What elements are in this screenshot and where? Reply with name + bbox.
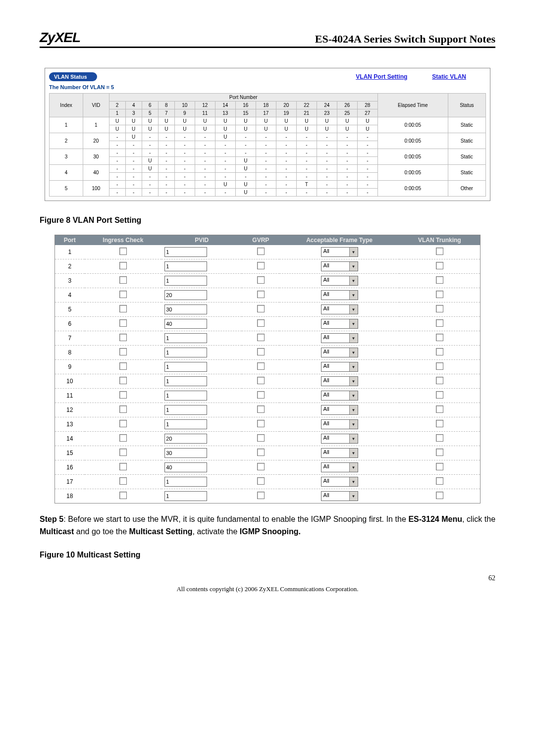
pvid-input[interactable]	[164, 405, 207, 415]
gvrp-checkbox[interactable]	[257, 405, 265, 413]
chevron-down-icon[interactable]: ▼	[349, 305, 358, 314]
chevron-down-icon[interactable]: ▼	[349, 405, 358, 414]
pvid-input[interactable]	[164, 477, 207, 487]
ingress-checkbox[interactable]	[119, 377, 127, 384]
gvrp-checkbox[interactable]	[257, 362, 265, 370]
frame-type-select[interactable]: All▼	[321, 290, 358, 300]
trunking-checkbox[interactable]	[436, 420, 443, 427]
chevron-down-icon[interactable]: ▼	[349, 434, 358, 443]
chevron-down-icon[interactable]: ▼	[349, 391, 358, 400]
ingress-checkbox[interactable]	[119, 420, 127, 427]
pvid-input[interactable]	[164, 376, 207, 386]
trunking-checkbox[interactable]	[436, 276, 443, 284]
ingress-checkbox[interactable]	[119, 319, 127, 327]
frame-type-select[interactable]: All▼	[321, 261, 358, 271]
gvrp-checkbox[interactable]	[257, 334, 265, 341]
pvid-input[interactable]	[164, 333, 207, 343]
gvrp-checkbox[interactable]	[257, 420, 265, 427]
frame-type-select[interactable]: All▼	[321, 376, 358, 386]
frame-type-select[interactable]: All▼	[321, 362, 358, 372]
pvid-input[interactable]	[164, 348, 207, 357]
pvid-input[interactable]	[164, 276, 207, 286]
trunking-checkbox[interactable]	[436, 434, 443, 442]
trunking-checkbox[interactable]	[436, 391, 443, 399]
ingress-checkbox[interactable]	[119, 492, 127, 499]
chevron-down-icon[interactable]: ▼	[349, 248, 358, 256]
trunking-checkbox[interactable]	[436, 405, 443, 413]
ingress-checkbox[interactable]	[119, 248, 127, 255]
gvrp-checkbox[interactable]	[257, 477, 265, 485]
chevron-down-icon[interactable]: ▼	[349, 463, 358, 472]
ingress-checkbox[interactable]	[119, 477, 127, 485]
gvrp-checkbox[interactable]	[257, 276, 265, 284]
gvrp-checkbox[interactable]	[257, 248, 265, 255]
gvrp-checkbox[interactable]	[257, 319, 265, 327]
gvrp-checkbox[interactable]	[257, 348, 265, 355]
trunking-checkbox[interactable]	[436, 449, 443, 456]
trunking-checkbox[interactable]	[436, 362, 443, 370]
trunking-checkbox[interactable]	[436, 319, 443, 327]
trunking-checkbox[interactable]	[436, 463, 443, 470]
pvid-input[interactable]	[164, 491, 207, 501]
pvid-input[interactable]	[164, 304, 207, 314]
gvrp-checkbox[interactable]	[257, 463, 265, 470]
ingress-checkbox[interactable]	[119, 348, 127, 355]
frame-type-select[interactable]: All▼	[321, 434, 358, 444]
chevron-down-icon[interactable]: ▼	[349, 449, 358, 457]
frame-type-select[interactable]: All▼	[321, 462, 358, 472]
ingress-checkbox[interactable]	[119, 262, 127, 269]
ingress-checkbox[interactable]	[119, 291, 127, 298]
chevron-down-icon[interactable]: ▼	[349, 377, 358, 386]
frame-type-select[interactable]: All▼	[321, 448, 358, 458]
frame-type-select[interactable]: All▼	[321, 247, 358, 257]
pvid-input[interactable]	[164, 362, 207, 372]
frame-type-select[interactable]: All▼	[321, 405, 358, 415]
ingress-checkbox[interactable]	[119, 334, 127, 341]
chevron-down-icon[interactable]: ▼	[349, 477, 358, 486]
ingress-checkbox[interactable]	[119, 391, 127, 399]
pvid-input[interactable]	[164, 247, 207, 257]
gvrp-checkbox[interactable]	[257, 492, 265, 499]
gvrp-checkbox[interactable]	[257, 434, 265, 442]
chevron-down-icon[interactable]: ▼	[349, 420, 358, 429]
pvid-input[interactable]	[164, 261, 207, 271]
ingress-checkbox[interactable]	[119, 434, 127, 442]
trunking-checkbox[interactable]	[436, 334, 443, 341]
chevron-down-icon[interactable]: ▼	[349, 262, 358, 271]
ingress-checkbox[interactable]	[119, 362, 127, 370]
pvid-input[interactable]	[164, 462, 207, 472]
ingress-checkbox[interactable]	[119, 449, 127, 456]
ingress-checkbox[interactable]	[119, 305, 127, 312]
trunking-checkbox[interactable]	[436, 492, 443, 499]
chevron-down-icon[interactable]: ▼	[349, 362, 358, 371]
frame-type-select[interactable]: All▼	[321, 419, 358, 429]
vlan-port-setting-link[interactable]: VLAN Port Setting	[356, 73, 407, 80]
gvrp-checkbox[interactable]	[257, 377, 265, 384]
trunking-checkbox[interactable]	[436, 262, 443, 269]
ingress-checkbox[interactable]	[119, 463, 127, 470]
pvid-input[interactable]	[164, 419, 207, 429]
gvrp-checkbox[interactable]	[257, 262, 265, 269]
gvrp-checkbox[interactable]	[257, 291, 265, 298]
frame-type-select[interactable]: All▼	[321, 276, 358, 286]
trunking-checkbox[interactable]	[436, 248, 443, 255]
chevron-down-icon[interactable]: ▼	[349, 348, 358, 357]
ingress-checkbox[interactable]	[119, 405, 127, 413]
chevron-down-icon[interactable]: ▼	[349, 291, 358, 300]
ingress-checkbox[interactable]	[119, 276, 127, 284]
frame-type-select[interactable]: All▼	[321, 319, 358, 329]
pvid-input[interactable]	[164, 319, 207, 329]
static-vlan-link[interactable]: Static VLAN	[432, 73, 466, 80]
gvrp-checkbox[interactable]	[257, 305, 265, 312]
trunking-checkbox[interactable]	[436, 305, 443, 312]
pvid-input[interactable]	[164, 391, 207, 401]
trunking-checkbox[interactable]	[436, 348, 443, 355]
chevron-down-icon[interactable]: ▼	[349, 276, 358, 285]
chevron-down-icon[interactable]: ▼	[349, 319, 358, 328]
frame-type-select[interactable]: All▼	[321, 333, 358, 343]
gvrp-checkbox[interactable]	[257, 391, 265, 399]
pvid-input[interactable]	[164, 434, 207, 444]
pvid-input[interactable]	[164, 290, 207, 300]
pvid-input[interactable]	[164, 448, 207, 458]
frame-type-select[interactable]: All▼	[321, 477, 358, 487]
